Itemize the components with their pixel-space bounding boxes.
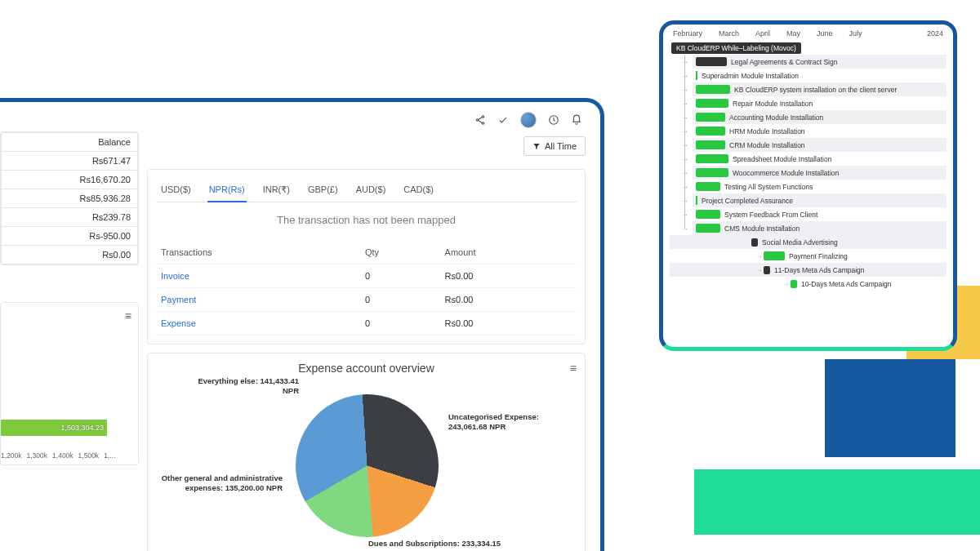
gantt-task[interactable]: Accounting Module Installation: [693, 110, 947, 124]
task-label: Superadmin Module Installation: [702, 72, 799, 80]
bar-icon: [696, 210, 720, 219]
txn-type[interactable]: Expense: [156, 312, 360, 335]
gantt-task[interactable]: Project Completed Assurance: [693, 193, 947, 207]
filter-icon: [532, 142, 541, 150]
pie-chart: [296, 394, 439, 537]
gantt-task[interactable]: Spreadsheet Module Installation: [693, 152, 947, 166]
x-axis: 1,200k1,300k1,400k1,500k1,...: [1, 451, 133, 460]
task-label: KB CloudERP system installation on the c…: [734, 86, 897, 94]
gantt-task[interactable]: 10-Days Meta Ads Campaign: [670, 277, 947, 291]
gantt-task[interactable]: HRM Module Installation: [693, 124, 947, 138]
svg-point-2: [482, 122, 483, 124]
expense-pie-card: ≡ Expense account overview Everything el…: [147, 353, 586, 551]
gantt-window: FebruaryMarchAprilMayJuneJuly 2024 KB Cl…: [659, 20, 957, 351]
pie-label-uncat: Uncategorised Expense: 243,061.68 NPR: [448, 412, 575, 433]
gantt-task[interactable]: 11-Days Meta Ads Campaign: [670, 263, 947, 277]
gantt-task[interactable]: Social Media Advertising: [670, 235, 947, 249]
gantt-task[interactable]: CRM Module Installation: [693, 138, 947, 152]
task-label: 10-Days Meta Ads Campaign: [801, 280, 892, 288]
bar-icon: [696, 224, 720, 233]
txn-qty: 0: [360, 264, 440, 288]
share-icon[interactable]: [474, 114, 486, 126]
svg-point-0: [482, 116, 483, 118]
hamburger-icon[interactable]: ≡: [125, 309, 131, 322]
bar-icon: [696, 85, 730, 94]
gantt-task[interactable]: Legal Agreements & Contract Sign: [693, 55, 947, 69]
mini-bar-chart: ≡ 1,503,304.23 1,200k1,300k1,400k1,500k1…: [0, 302, 139, 465]
bar-icon: [696, 196, 697, 205]
deco-green: [694, 469, 980, 535]
balance-value: Rs671.47: [2, 152, 138, 171]
bar-icon: [696, 127, 725, 136]
bar-icon: [751, 238, 758, 247]
gantt-months: FebruaryMarchAprilMayJuneJuly: [673, 29, 862, 38]
hamburger-icon[interactable]: ≡: [570, 362, 577, 375]
gantt-month: April: [755, 29, 770, 38]
svg-point-1: [476, 119, 478, 121]
txn-amount: Rs0.00: [440, 312, 577, 335]
balance-value: Rs85,936.28: [2, 189, 138, 208]
task-label: Legal Agreements & Contract Sign: [731, 58, 837, 66]
erp-topbar: [0, 109, 590, 131]
x-tick: 1,...: [104, 451, 115, 460]
transactions-card: USD($)NPR(Rs)INR(₹)GBP(£)AUD($)CAD($) Th…: [147, 169, 586, 344]
bar-icon: [696, 168, 728, 177]
gantt-month: June: [817, 29, 833, 38]
bar-icon: [696, 113, 725, 122]
currency-tab[interactable]: GBP(£): [306, 178, 340, 202]
gantt-tasks: Legal Agreements & Contract SignSuperadm…: [670, 55, 947, 235]
gantt-task[interactable]: Woocommerce Module Installation: [693, 166, 947, 180]
txn-type[interactable]: Payment: [156, 288, 360, 312]
currency-tabs: USD($)NPR(Rs)INR(₹)GBP(£)AUD($)CAD($): [156, 178, 577, 202]
currency-tab[interactable]: INR(₹): [261, 178, 292, 202]
gantt-task[interactable]: Superadmin Module Installation: [693, 69, 947, 82]
txn-amount: Rs0.00: [440, 288, 577, 312]
deco-blue: [825, 359, 956, 457]
bar-icon: [696, 182, 720, 191]
gantt-task[interactable]: CMS Module Installation: [693, 221, 947, 235]
bar-icon: [696, 71, 697, 80]
task-label: 11-Days Meta Ads Campaign: [774, 266, 865, 274]
pie-title: Expense account overview: [156, 362, 577, 375]
gantt-task[interactable]: Testing All System Functions: [693, 180, 947, 193]
txn-qty: 0: [360, 312, 440, 335]
avatar[interactable]: [520, 112, 537, 128]
txn-type[interactable]: Invoice: [156, 264, 360, 288]
currency-tab[interactable]: CAD($): [402, 178, 435, 202]
check-icon[interactable]: [497, 114, 509, 126]
balance-card: Balance Rs671.47Rs16,670.20Rs85,936.28Rs…: [0, 131, 139, 265]
gantt-month: July: [849, 29, 862, 38]
clock-icon[interactable]: [548, 114, 559, 126]
table-row: Expense0Rs0.00: [156, 312, 577, 335]
gantt-task[interactable]: Repair Module Installation: [693, 96, 947, 110]
currency-tab[interactable]: USD($): [159, 178, 193, 202]
th-amount: Amount: [440, 241, 577, 264]
gantt-root-task[interactable]: KB CloudERP While–Labeling (Movoc): [671, 42, 801, 54]
gantt-year: 2024: [927, 29, 943, 38]
bell-icon[interactable]: [571, 114, 582, 126]
gantt-month: May: [786, 29, 800, 38]
txn-qty: 0: [360, 288, 440, 312]
th-qty: Qty: [360, 241, 440, 264]
pie-label-other: Other general and administrative expense…: [156, 473, 283, 494]
th-transactions: Transactions: [156, 241, 360, 264]
bar-icon: [791, 280, 797, 288]
balance-value: Rs0.00: [2, 246, 138, 264]
currency-tab[interactable]: NPR(Rs): [207, 178, 247, 202]
gantt-month: February: [673, 29, 702, 38]
filter-all-time[interactable]: All Time: [523, 136, 586, 156]
gantt-task[interactable]: System Feedback From Client: [693, 207, 947, 221]
table-row: Invoice0Rs0.00: [156, 264, 577, 288]
gantt-task[interactable]: Payment Finalizing: [670, 249, 947, 263]
erp-window: Balance Rs671.47Rs16,670.20Rs85,936.28Rs…: [0, 98, 604, 551]
task-label: Project Completed Assurance: [702, 197, 793, 205]
txn-empty-msg: The transaction has not been mapped: [156, 202, 577, 241]
task-label: Testing All System Functions: [724, 183, 813, 191]
task-label: Social Media Advertising: [762, 238, 838, 247]
balance-header: Balance: [2, 133, 138, 152]
currency-tab[interactable]: AUD($): [354, 178, 388, 202]
transactions-table: Transactions Qty Amount Invoice0Rs0.00Pa…: [156, 241, 577, 335]
bar-icon: [696, 140, 725, 149]
gantt-task[interactable]: KB CloudERP system installation on the c…: [693, 82, 947, 96]
task-label: Repair Module Installation: [733, 100, 813, 108]
